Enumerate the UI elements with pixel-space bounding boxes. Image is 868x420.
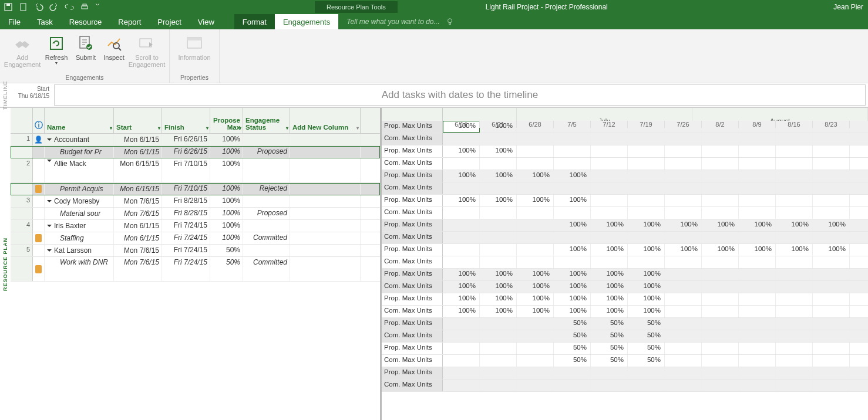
- col-status[interactable]: Engageme Status▾: [243, 108, 290, 133]
- timephased-cell[interactable]: [813, 355, 850, 367]
- timephased-cell[interactable]: [665, 318, 702, 330]
- timephased-cell[interactable]: [813, 256, 850, 268]
- timephased-cell[interactable]: 100%: [554, 306, 591, 317]
- timephased-cell[interactable]: [739, 195, 776, 206]
- save-icon[interactable]: [4, 2, 13, 12]
- filter-arrow-icon[interactable]: ▾: [286, 126, 288, 131]
- timephased-cell[interactable]: 100%: [480, 293, 517, 305]
- timephased-cell[interactable]: [776, 182, 813, 194]
- timephased-cell[interactable]: [554, 232, 591, 243]
- timephased-cell[interactable]: [739, 182, 776, 194]
- timephased-cell[interactable]: [776, 170, 813, 182]
- timephased-cell[interactable]: [665, 232, 702, 243]
- timephased-cell[interactable]: [776, 380, 813, 391]
- timephased-cell[interactable]: [554, 145, 591, 157]
- col-name[interactable]: Name▾: [45, 108, 114, 133]
- timephased-cell[interactable]: [443, 330, 480, 342]
- timephased-cell[interactable]: [480, 158, 517, 170]
- timephased-cell[interactable]: [665, 195, 702, 206]
- timephased-cell[interactable]: [591, 133, 628, 145]
- timephased-cell[interactable]: 100%: [628, 293, 665, 305]
- timephased-cell[interactable]: [665, 256, 702, 268]
- timephased-cell[interactable]: [813, 269, 850, 280]
- timephased-cell[interactable]: [702, 195, 739, 206]
- collapse-caret-icon[interactable]: [47, 225, 52, 227]
- timephased-cell[interactable]: 100%: [591, 269, 628, 280]
- timephased-cell[interactable]: 50%: [591, 355, 628, 367]
- timephased-cell[interactable]: [813, 293, 850, 305]
- timephased-cell[interactable]: [628, 207, 665, 219]
- timephased-cell[interactable]: [517, 318, 554, 330]
- timephased-cell[interactable]: [517, 158, 554, 170]
- timephased-cell[interactable]: [591, 232, 628, 243]
- timephased-row[interactable]: Prop. Max Units100%100%100%100%100%100%: [382, 269, 868, 281]
- timephased-cell[interactable]: [480, 330, 517, 342]
- timephased-cell[interactable]: [628, 158, 665, 170]
- timeline-body[interactable]: Add tasks with dates to the timeline: [54, 84, 866, 106]
- timephased-cell[interactable]: [480, 244, 517, 256]
- timephased-cell[interactable]: [776, 367, 813, 379]
- timephased-cell[interactable]: [702, 256, 739, 268]
- timephased-cell[interactable]: [480, 232, 517, 243]
- timephased-row[interactable]: Prop. Max Units100%100%100%100%100%100%: [382, 293, 868, 306]
- timephased-cell[interactable]: 100%: [813, 244, 850, 256]
- timephased-cell[interactable]: 100%: [591, 306, 628, 317]
- timephased-cell[interactable]: [702, 343, 739, 354]
- timephased-cell[interactable]: 100%: [480, 145, 517, 157]
- timephased-cell[interactable]: [776, 133, 813, 145]
- timephased-cell[interactable]: 50%: [554, 343, 591, 354]
- timephased-cell[interactable]: [739, 293, 776, 305]
- timephased-cell[interactable]: [443, 355, 480, 367]
- timephased-cell[interactable]: 100%: [480, 170, 517, 182]
- table-row[interactable]: StaffingMon 6/1/15Fri 7/24/15100%Committ…: [11, 232, 380, 245]
- timephased-cell[interactable]: [776, 343, 813, 354]
- collapse-caret-icon[interactable]: [47, 160, 52, 162]
- timephased-cell[interactable]: [554, 380, 591, 391]
- timephased-row[interactable]: Prop. Max Units100%100%100%100%: [382, 195, 868, 207]
- timephased-cell[interactable]: [739, 355, 776, 367]
- timephased-cell[interactable]: [443, 343, 480, 354]
- timephased-cell[interactable]: [739, 256, 776, 268]
- timephased-cell[interactable]: [517, 244, 554, 256]
- timephased-cell[interactable]: [665, 293, 702, 305]
- user-name[interactable]: Jean Pier: [833, 3, 868, 11]
- timephased-cell[interactable]: [443, 219, 480, 231]
- right-grid-body[interactable]: Prop. Max Units100%100%Com. Max UnitsPro…: [382, 121, 868, 420]
- table-row[interactable]: Material sourMon 7/6/15Fri 8/28/15100%Pr…: [11, 208, 380, 220]
- tab-file[interactable]: File: [0, 14, 29, 29]
- filter-arrow-icon[interactable]: ▾: [206, 126, 208, 131]
- timephased-cell[interactable]: 100%: [739, 219, 776, 231]
- timephased-cell[interactable]: [665, 343, 702, 354]
- timephased-cell[interactable]: [739, 158, 776, 170]
- timephased-cell[interactable]: [739, 306, 776, 317]
- timephased-row[interactable]: Com. Max Units50%50%50%: [382, 355, 868, 367]
- timephased-cell[interactable]: [739, 281, 776, 293]
- qat-dropdown-icon[interactable]: [95, 2, 100, 12]
- timephased-cell[interactable]: [776, 281, 813, 293]
- timephased-cell[interactable]: 100%: [591, 281, 628, 293]
- timephased-cell[interactable]: 100%: [443, 269, 480, 280]
- week-header[interactable]: 7/26: [665, 121, 702, 128]
- timephased-cell[interactable]: [702, 269, 739, 280]
- timephased-row[interactable]: Com. Max Units: [382, 256, 868, 269]
- timephased-cell[interactable]: [813, 330, 850, 342]
- timephased-cell[interactable]: [739, 145, 776, 157]
- timephased-cell[interactable]: [702, 355, 739, 367]
- timephased-cell[interactable]: [628, 367, 665, 379]
- timephased-cell[interactable]: 100%: [443, 195, 480, 206]
- timephased-cell[interactable]: [443, 232, 480, 243]
- table-row[interactable]: Work with DNRMon 7/6/15Fri 7/24/1550%Com…: [11, 257, 380, 282]
- timephased-row[interactable]: Prop. Max Units50%50%50%: [382, 318, 868, 330]
- timephased-cell[interactable]: 100%: [517, 269, 554, 280]
- timephased-cell[interactable]: 100%: [517, 170, 554, 182]
- timephased-cell[interactable]: [591, 256, 628, 268]
- submit-button[interactable]: Submit: [73, 32, 99, 73]
- timephased-cell[interactable]: [480, 207, 517, 219]
- timephased-cell[interactable]: 100%: [554, 219, 591, 231]
- week-header[interactable]: 6/28: [517, 121, 554, 128]
- timephased-cell[interactable]: [443, 133, 480, 145]
- timephased-cell[interactable]: [813, 195, 850, 206]
- timephased-cell[interactable]: [702, 145, 739, 157]
- timephased-cell[interactable]: 50%: [554, 330, 591, 342]
- undo-icon[interactable]: [34, 2, 43, 12]
